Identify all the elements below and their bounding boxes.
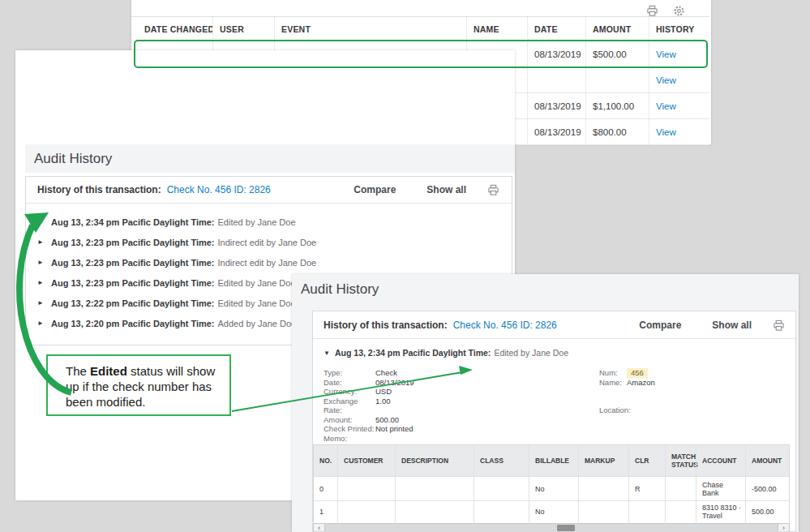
- column-header: DATE: [527, 17, 585, 41]
- history-list-item[interactable]: ►Aug 13, 2:34 pm Pacific Daylight Time:E…: [26, 212, 512, 232]
- scrollbar-thumb[interactable]: [557, 525, 575, 531]
- history-of-transaction-label: History of this transaction:: [37, 184, 161, 195]
- column-header: HISTORY: [649, 17, 709, 41]
- scroll-right-button[interactable]: ›: [778, 524, 789, 532]
- line-table-row[interactable]: 0NoRChase Bank-500.00: [314, 476, 789, 500]
- column-header: NAME: [466, 17, 527, 41]
- line-cell: R: [628, 477, 665, 500]
- view-link[interactable]: View: [656, 75, 676, 85]
- line-cell: 0: [314, 477, 337, 500]
- line-cell: [474, 477, 529, 500]
- transaction-link[interactable]: Check No. 456 ID: 2826: [167, 184, 271, 195]
- column-header: EVENT: [274, 17, 466, 41]
- view-link[interactable]: View: [656, 127, 676, 137]
- callout-note: The Edited status will show up if the ch…: [46, 354, 231, 416]
- transaction-link[interactable]: Check No. 456 ID: 2826: [453, 320, 557, 331]
- detail-field-row: Currency:USD: [324, 387, 591, 397]
- detail-field-row: Memo:: [324, 434, 591, 444]
- history-list-item[interactable]: ►Aug 13, 2:23 pm Pacific Daylight Time:I…: [26, 232, 512, 252]
- compare-button[interactable]: Compare: [354, 184, 396, 195]
- collapse-triangle-icon[interactable]: ▼: [324, 350, 335, 357]
- field-value: Not printed: [375, 424, 413, 434]
- history-of-transaction-label: History of this transaction:: [324, 320, 448, 331]
- printer-icon[interactable]: [773, 320, 786, 331]
- cell-history: View: [649, 41, 709, 66]
- expand-triangle-icon[interactable]: ►: [37, 238, 51, 246]
- audit-history-header-band: Audit History: [292, 274, 799, 304]
- column-header: USER: [212, 17, 274, 41]
- entry-desc: Edited by Jane Doe: [494, 348, 568, 358]
- field-label: Exchange Rate:: [324, 397, 375, 415]
- column-header: MARKUP: [578, 445, 628, 476]
- field-label: Type:: [324, 368, 375, 378]
- field-value: 08/13/2019: [375, 378, 414, 388]
- field-label: Location:: [599, 405, 627, 415]
- printer-icon[interactable]: [646, 5, 658, 17]
- column-header: CLASS: [474, 445, 529, 476]
- column-header: BILLABLE: [529, 445, 578, 476]
- callout-text-bold: Edited: [90, 364, 127, 378]
- detail-field-row: Num:456: [599, 368, 778, 378]
- field-label: Name:: [599, 378, 627, 388]
- view-link[interactable]: View: [656, 101, 676, 111]
- field-label: Check Printed:: [324, 424, 375, 434]
- line-table-header: NO.CUSTOMERDESCRIPTIONCLASSBILLABLEMARKU…: [314, 445, 789, 476]
- line-cell: 1: [314, 501, 337, 522]
- detail-field-row: Exchange Rate:1.00: [324, 397, 591, 415]
- detail-field-row: Date:08/13/2019: [324, 378, 591, 388]
- expand-triangle-icon[interactable]: ►: [37, 320, 51, 327]
- expanded-history-entry[interactable]: ▼ Aug 13, 2:34 pm Pacific Daylight Time:…: [313, 339, 795, 358]
- cell-amount: $1,100.00: [585, 93, 649, 118]
- scroll-left-button[interactable]: ‹: [314, 524, 325, 532]
- audit-history-header-band: Audit History: [25, 144, 515, 173]
- line-cell: 500.00: [745, 501, 789, 522]
- item-desc: Edited by Jane Doe: [218, 278, 296, 288]
- item-time: Aug 13, 2:23 pm Pacific Daylight Time:: [51, 278, 215, 288]
- line-cell: No: [529, 501, 578, 522]
- column-header: AMOUNT: [745, 445, 789, 476]
- cell-date: [527, 67, 585, 92]
- gear-icon[interactable]: [673, 5, 685, 17]
- callout-text: The: [66, 364, 90, 378]
- line-cell: [665, 501, 696, 522]
- detail-field-row: Type:Check: [324, 368, 591, 378]
- compare-button[interactable]: Compare: [639, 320, 681, 331]
- history-detail-card: History of this transaction: Check No. 4…: [312, 311, 796, 532]
- view-link[interactable]: View: [656, 49, 676, 59]
- field-value: 500.00: [375, 415, 399, 425]
- detail-field-row: Location:: [599, 405, 778, 415]
- show-all-button[interactable]: Show all: [712, 320, 752, 331]
- expand-triangle-icon[interactable]: ►: [37, 259, 51, 266]
- cell-amount: [585, 67, 649, 92]
- expand-triangle-icon[interactable]: ►: [37, 299, 51, 307]
- column-header: NO.: [314, 445, 337, 476]
- line-table-row[interactable]: 1No8310 8310 · Travel500.00: [314, 500, 789, 522]
- column-header: AMOUNT: [585, 17, 649, 41]
- item-desc: Indirect edit by Jane Doe: [218, 258, 317, 268]
- horizontal-scrollbar[interactable]: ‹ ›: [313, 523, 790, 532]
- item-time: Aug 13, 2:20 pm Pacific Daylight Time:: [51, 319, 215, 328]
- item-desc: Added by Jane Doe: [218, 319, 297, 328]
- expand-triangle-icon[interactable]: ►: [37, 218, 51, 225]
- cell-history: View: [649, 93, 709, 118]
- column-header: CLR: [628, 445, 665, 476]
- line-items-table: NO.CUSTOMERDESCRIPTIONCLASSBILLABLEMARKU…: [313, 444, 790, 522]
- scrollbar-track[interactable]: [325, 524, 778, 532]
- history-list-item[interactable]: ►Aug 13, 2:23 pm Pacific Daylight Time:I…: [26, 252, 512, 272]
- line-cell: [337, 477, 395, 500]
- item-desc: Edited by Jane Doe: [218, 298, 296, 308]
- show-all-button[interactable]: Show all: [426, 184, 466, 195]
- item-time: Aug 13, 2:34 pm Pacific Daylight Time:: [51, 217, 215, 227]
- line-cell: [578, 477, 628, 500]
- cell-amount: $800.00: [585, 119, 649, 144]
- item-time: Aug 13, 2:23 pm Pacific Daylight Time:: [51, 238, 215, 247]
- field-value-highlighted: 456: [627, 368, 648, 378]
- expand-triangle-icon[interactable]: ►: [37, 279, 51, 286]
- audit-detail-panel: Audit History History of this transactio…: [292, 274, 799, 532]
- column-header: DESCRIPTION: [395, 445, 474, 476]
- printer-icon[interactable]: [487, 184, 500, 195]
- line-cell: Chase Bank: [696, 477, 745, 500]
- cell-date: 08/13/2019: [527, 41, 585, 66]
- line-cell: No: [529, 477, 578, 500]
- line-cell: -500.00: [745, 477, 789, 500]
